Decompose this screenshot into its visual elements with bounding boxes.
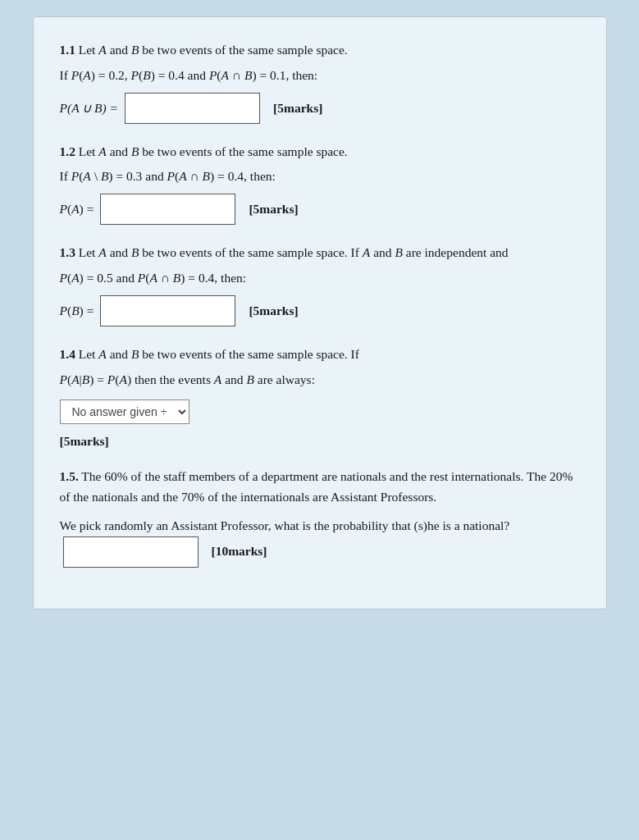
question-1-1: 1.1 Let A and B be two events of the sam… [60, 40, 580, 124]
q1-4-intro: 1.4 Let A and B be two events of the sam… [60, 345, 580, 365]
q1-4-select-wrapper: No answer given ÷ Independent Mutually e… [60, 399, 189, 424]
q1-5-input[interactable] [63, 536, 199, 568]
q1-3-intro: 1.3 Let A and B be two events of the sam… [60, 243, 580, 263]
q1-4-marks: [5marks] [60, 434, 580, 449]
q1-1-marks: [5marks] [273, 101, 322, 116]
question-1-5: 1.5. The 60% of the staff members of a d… [60, 467, 580, 567]
q1-4-number: 1.4 [60, 347, 75, 361]
q1-5-number: 1.5. [60, 469, 79, 483]
q1-2-marks: [5marks] [249, 202, 298, 217]
q1-4-select[interactable]: No answer given ÷ Independent Mutually e… [60, 399, 189, 424]
question-1-3: 1.3 Let A and B be two events of the sam… [60, 243, 580, 326]
q1-3-answer-line: P(B) = [5marks] [60, 295, 580, 326]
q1-1-answer-line: P(A ∪ B) = [5marks] [60, 93, 580, 124]
question-1-2: 1.2 Let A and B be two events of the sam… [60, 142, 580, 226]
question-1-4: 1.4 Let A and B be two events of the sam… [60, 345, 580, 450]
q1-2-condition: If P(A \ B) = 0.3 and P(A ∩ B) = 0.4, th… [60, 167, 580, 187]
q1-5-marks: [10marks] [212, 541, 267, 562]
q1-1-condition: If P(A) = 0.2, P(B) = 0.4 and P(A ∩ B) =… [60, 66, 580, 86]
q1-3-label: P(B) = [60, 304, 94, 318]
q1-1-input[interactable] [125, 93, 260, 124]
q1-3-marks: [5marks] [249, 304, 298, 318]
q1-5-condition: We pick randomly an Assistant Professor,… [60, 516, 580, 568]
q1-3-input[interactable] [100, 295, 235, 326]
q1-2-intro: 1.2 Let A and B be two events of the sam… [60, 142, 580, 162]
q1-4-condition: P(A|B) = P(A) then the events A and B ar… [60, 370, 580, 390]
q1-5-number-label: 1.5. The 60% of the staff members of a d… [60, 467, 580, 508]
q1-2-label: P(A) = [60, 202, 94, 217]
q1-2-number: 1.2 [60, 144, 75, 158]
q1-1-number: 1.1 [60, 43, 75, 57]
q1-1-intro: 1.1 Let A and B be two events of the sam… [60, 40, 580, 61]
q1-3-condition: P(A) = 0.5 and P(A ∩ B) = 0.4, then: [60, 268, 580, 289]
exam-container: 1.1 Let A and B be two events of the sam… [33, 16, 607, 609]
q1-3-number: 1.3 [60, 245, 75, 259]
q1-1-label: P(A ∪ B) = [60, 101, 119, 116]
q1-2-input[interactable] [100, 194, 235, 225]
q1-2-answer-line: P(A) = [5marks] [60, 194, 580, 225]
